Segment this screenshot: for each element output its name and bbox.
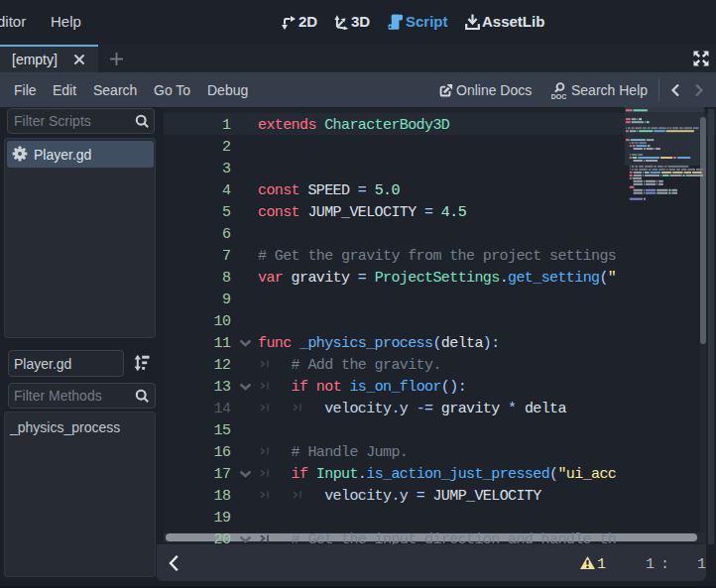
- svg-text:DOC: DOC: [551, 93, 567, 100]
